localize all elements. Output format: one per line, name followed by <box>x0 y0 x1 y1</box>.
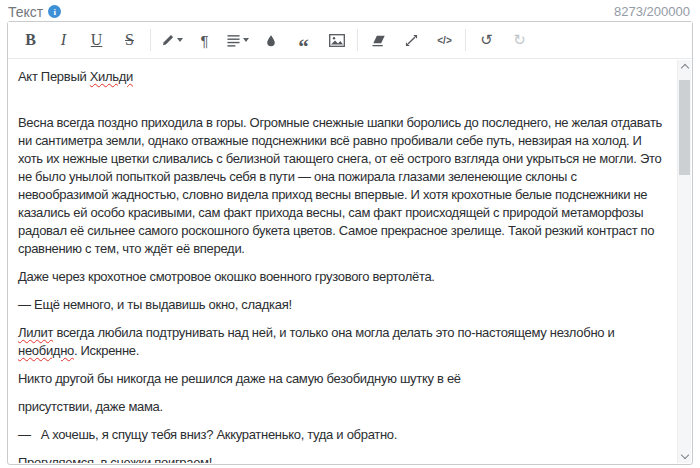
chevron-down-icon <box>177 38 183 42</box>
paragraph: Лилит всегда любила подтрунивать над ней… <box>18 324 664 360</box>
text-color-button[interactable] <box>254 27 287 53</box>
paragraph: Никто другой бы никогда не решился даже … <box>18 370 664 388</box>
alignment-button[interactable] <box>221 27 254 53</box>
clear-formatting-button[interactable] <box>362 27 395 53</box>
text-run: присутствии, даже мама. <box>18 399 163 414</box>
misspelled-word: Хильди <box>90 69 133 84</box>
droplet-icon <box>265 34 277 47</box>
redo-button[interactable]: ↻ <box>503 27 536 53</box>
paragraph: Даже через крохотное смотровое окошко во… <box>18 268 664 286</box>
toolbar-separator <box>465 29 466 51</box>
toolbar-separator <box>150 29 151 51</box>
fullscreen-button[interactable] <box>395 27 428 53</box>
text-run: Акт Первый <box>18 69 90 84</box>
vertical-scrollbar[interactable] <box>677 60 691 463</box>
text-run: Никто другой бы никогда не решился даже … <box>18 371 461 386</box>
expand-arrows-icon <box>405 34 418 47</box>
misspelled-word: необидно <box>18 343 74 358</box>
underline-glyph: U <box>91 31 103 49</box>
text-run: — А хочешь, я спущу тебя вниз? Аккуратне… <box>18 427 397 442</box>
pen-icon <box>161 34 174 47</box>
underline-button[interactable]: U <box>80 27 113 53</box>
blockquote-button[interactable]: “ <box>287 27 320 53</box>
text-run: всегда любила подтрунивать над ней, и то… <box>53 325 614 340</box>
bold-button[interactable]: B <box>14 27 47 53</box>
char-counter: 8273/200000 <box>614 4 690 19</box>
info-icon[interactable]: i <box>48 5 61 18</box>
strikethrough-button[interactable]: S <box>113 27 146 53</box>
editor-toolbar: B I U S ¶ <box>8 22 692 59</box>
image-icon <box>329 34 345 47</box>
paragraph-format-button[interactable]: ¶ <box>188 27 221 53</box>
misspelled-word: Лилит <box>18 325 53 340</box>
code-view-button[interactable]: </> <box>428 27 461 53</box>
paragraph-mark-glyph: ¶ <box>200 32 208 49</box>
align-left-icon <box>227 34 240 47</box>
scrollbar-thumb[interactable] <box>679 80 690 175</box>
insert-image-button[interactable] <box>320 27 353 53</box>
redo-icon: ↻ <box>513 31 526 49</box>
italic-button[interactable]: I <box>47 27 80 53</box>
italic-glyph: I <box>61 31 66 49</box>
scroll-down-icon[interactable] <box>681 451 689 459</box>
toolbar-separator <box>357 29 358 51</box>
field-label: Текст <box>8 4 43 20</box>
scroll-up-icon[interactable] <box>681 64 689 72</box>
text-run: . Искренне. <box>74 343 139 358</box>
paragraph: — Ещё немного, и ты выдавишь окно, сладк… <box>18 296 664 314</box>
text-editor-page: Текст i 8273/200000 B I U S <box>0 0 700 468</box>
paragraph: присутствии, даже мама. <box>18 398 664 416</box>
eraser-icon <box>372 34 386 47</box>
undo-button[interactable]: ↺ <box>470 27 503 53</box>
text-style-button[interactable] <box>155 27 188 53</box>
text-run: Прогуляемся, в снежки поиграем! <box>18 455 212 463</box>
editor-content[interactable]: Акт Первый Хильди Весна всегда поздно пр… <box>9 60 676 463</box>
rich-text-editor: B I U S ¶ <box>7 21 693 465</box>
text-run: Даже через крохотное смотровое окошко во… <box>18 269 435 284</box>
text-run: Весна всегда поздно приходила в горы. Ог… <box>18 115 662 256</box>
text-run: — Ещё немного, и ты выдавишь окно, сладк… <box>18 297 292 312</box>
paragraph: Акт Первый Хильди <box>18 68 664 86</box>
undo-icon: ↺ <box>480 31 493 49</box>
code-icon: </> <box>437 35 451 46</box>
chevron-down-icon <box>243 38 249 42</box>
paragraph: Весна всегда поздно приходила в горы. Ог… <box>18 114 664 258</box>
bold-glyph: B <box>25 31 36 49</box>
field-header: Текст i 8273/200000 <box>0 0 700 21</box>
paragraph: Прогуляемся, в снежки поиграем! <box>18 454 664 463</box>
strikethrough-glyph: S <box>125 31 134 49</box>
paragraph: — А хочешь, я спущу тебя вниз? Аккуратне… <box>18 426 664 444</box>
